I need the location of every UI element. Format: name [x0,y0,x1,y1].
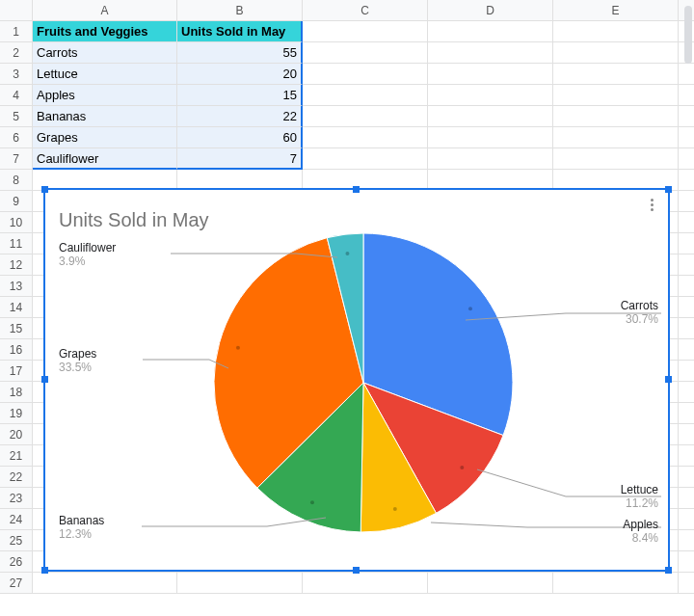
cell-B3[interactable]: 20 [177,64,303,85]
cell[interactable] [428,85,553,106]
cell[interactable] [679,445,694,467]
cell[interactable] [679,64,694,85]
cell[interactable] [679,530,694,551]
cell[interactable] [679,297,694,318]
row-header[interactable]: 10 [0,212,33,233]
cell[interactable] [553,64,679,85]
cell-A6[interactable]: Grapes [33,127,177,148]
cell[interactable] [679,254,694,276]
cell[interactable] [679,573,694,594]
cell-A2[interactable]: Carrots [33,42,177,64]
cell[interactable] [679,233,694,254]
cell-A5[interactable]: Bananas [33,106,177,127]
row-header[interactable]: 4 [0,85,33,106]
row-header[interactable]: 12 [0,254,33,276]
cell[interactable] [33,573,177,594]
cell[interactable] [679,276,694,297]
cell[interactable] [303,148,428,170]
chart-container[interactable]: Units Sold in May Cauliflower 3.9% Grape… [43,188,670,572]
cell[interactable] [679,467,694,488]
row-header[interactable]: 25 [0,530,33,551]
cell[interactable] [679,551,694,573]
row-header[interactable]: 20 [0,424,33,445]
row-header[interactable]: 19 [0,403,33,424]
row-header[interactable]: 5 [0,106,33,127]
row-header[interactable]: 11 [0,233,33,254]
cell[interactable] [553,127,679,148]
cell[interactable] [679,382,694,403]
cell[interactable] [679,106,694,127]
row-header[interactable]: 3 [0,64,33,85]
cell-A1[interactable]: Fruits and Veggies [33,21,177,42]
row-header[interactable]: 2 [0,42,33,64]
cell[interactable] [428,106,553,127]
cell[interactable] [679,212,694,233]
cell[interactable] [679,488,694,509]
cell[interactable] [679,509,694,530]
cell-B1[interactable]: Units Sold in May [177,21,303,42]
cell[interactable] [428,148,553,170]
cell[interactable] [428,64,553,85]
row-header[interactable]: 15 [0,318,33,339]
cell-B2[interactable]: 55 [177,42,303,64]
cell[interactable] [303,127,428,148]
row-header[interactable]: 9 [0,191,33,212]
row-header[interactable]: 18 [0,382,33,403]
cell-B4[interactable]: 15 [177,85,303,106]
cell-A7[interactable]: Cauliflower [33,148,177,170]
col-header-C[interactable]: C [303,0,428,21]
cell[interactable] [303,21,428,42]
row-header[interactable]: 27 [0,573,33,594]
row-header[interactable]: 26 [0,551,33,573]
cell[interactable] [303,106,428,127]
row-header[interactable]: 22 [0,467,33,488]
row-header[interactable]: 21 [0,445,33,467]
cell[interactable] [679,191,694,212]
col-header-B[interactable]: B [177,0,303,21]
cell[interactable] [553,148,679,170]
col-header-E[interactable]: E [553,0,679,21]
cell[interactable] [553,106,679,127]
cell[interactable] [303,42,428,64]
cell[interactable] [679,318,694,339]
cell[interactable] [553,573,679,594]
row-header[interactable]: 23 [0,488,33,509]
cell[interactable] [553,42,679,64]
row-header[interactable]: 16 [0,339,33,361]
col-header-A[interactable]: A [33,0,177,21]
cell-B7[interactable]: 7 [177,148,303,170]
col-header-D[interactable]: D [428,0,553,21]
cell[interactable] [679,127,694,148]
row-header[interactable]: 8 [0,170,33,191]
cell[interactable] [679,170,694,191]
cell[interactable] [679,148,694,170]
cell[interactable] [679,85,694,106]
corner-cell[interactable] [0,0,33,21]
cell-A3[interactable]: Lettuce [33,64,177,85]
cell[interactable] [428,127,553,148]
cell[interactable] [303,573,428,594]
row-header[interactable]: 17 [0,361,33,382]
cell-A4[interactable]: Apples [33,85,177,106]
cell[interactable] [428,573,553,594]
row-header[interactable]: 14 [0,297,33,318]
row-header[interactable]: 13 [0,276,33,297]
cell[interactable] [177,573,303,594]
row-header[interactable]: 7 [0,148,33,170]
cell[interactable] [679,403,694,424]
row-header[interactable]: 24 [0,509,33,530]
cell-B6[interactable]: 60 [177,127,303,148]
cell[interactable] [553,21,679,42]
cell[interactable] [428,42,553,64]
cell[interactable] [553,85,679,106]
cell[interactable] [303,64,428,85]
row-header[interactable]: 1 [0,21,33,42]
row-header[interactable]: 6 [0,127,33,148]
cell-B5[interactable]: 22 [177,106,303,127]
cell[interactable] [679,361,694,382]
cell[interactable] [303,85,428,106]
cell[interactable] [679,339,694,361]
cell[interactable] [428,21,553,42]
cell[interactable] [679,424,694,445]
vertical-scrollbar[interactable] [684,6,692,64]
